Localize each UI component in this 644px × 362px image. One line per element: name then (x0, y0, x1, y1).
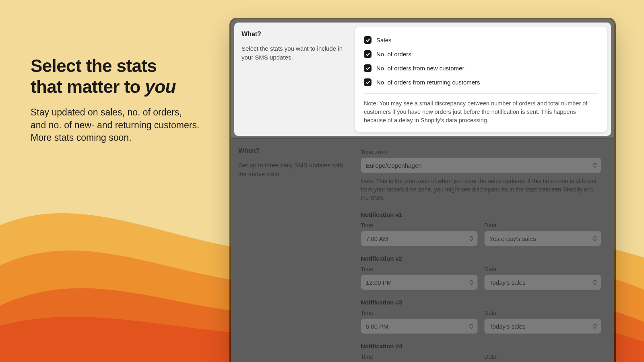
section-what: What? Select the stats you want to inclu… (234, 23, 611, 136)
chevron-updown-icon (593, 280, 597, 285)
promo-headline-line2-prefix: that matter to (31, 77, 145, 97)
when-card: Time zone Europe/Copenhagen Note: This i… (352, 143, 610, 362)
checkbox-checked-icon[interactable] (364, 36, 372, 44)
promo-body: Stay updated on sales, no. of orders, an… (31, 106, 200, 144)
notification-1-row: Time 7:00 AM Data Yesterday's sales (361, 222, 601, 246)
promo-headline: Select the stats that matter to you (31, 56, 200, 97)
option-label: No. of orders (376, 51, 411, 58)
n2-time-value: 12:00 PM (366, 279, 392, 286)
promo-copy: Select the stats that matter to you Stay… (31, 56, 200, 144)
checkbox-checked-icon[interactable] (364, 78, 372, 86)
n1-time-select[interactable]: 7:00 AM (361, 231, 478, 246)
option-label: No. of orders from returning customers (376, 79, 480, 86)
n2-data-value: Today's sales (489, 279, 526, 286)
promo-headline-line1: Select the stats (31, 56, 157, 76)
n3-time-value: 5:00 PM (366, 323, 388, 330)
stats-card-note: Note: You may see a small discrepancy be… (364, 93, 598, 125)
option-new-customer-orders[interactable]: No. of orders from new customer (364, 61, 598, 75)
n3-data-select[interactable]: Today's sales (484, 319, 601, 334)
n3-data-label: Data (484, 310, 601, 316)
notification-4-header: Notification #4 (361, 343, 601, 350)
timezone-value: Europe/Copenhagen (366, 162, 421, 169)
notification-1-header: Notification #1 (361, 211, 601, 218)
notification-2-header: Notification #2 (361, 255, 601, 262)
section-what-title: What? (242, 31, 348, 38)
n3-data-value: Today's sales (489, 323, 526, 330)
chevron-updown-icon (593, 324, 597, 329)
chevron-updown-icon (593, 236, 597, 241)
section-what-desc: Select the stats you want to include in … (242, 44, 348, 62)
chevron-updown-icon (593, 163, 597, 168)
app-window: What? Select the stats you want to inclu… (231, 19, 614, 362)
section-when-desc: Get up to three daily SMS updates with t… (238, 161, 345, 179)
section-when-title: When? (238, 147, 345, 154)
option-label: Sales (376, 37, 392, 43)
option-sales[interactable]: Sales (364, 33, 598, 47)
timezone-note: Note: This is the time zone of when you … (361, 177, 601, 202)
timezone-label: Time zone (361, 149, 601, 155)
n2-data-select[interactable]: Today's sales (484, 275, 601, 290)
checkbox-checked-icon[interactable] (364, 64, 372, 72)
n4-data-label: Data (484, 354, 601, 360)
option-label: No. of orders from new customer (376, 65, 464, 72)
n1-data-label: Data (484, 222, 601, 228)
n2-time-select[interactable]: 12:00 PM (361, 275, 478, 290)
n3-time-select[interactable]: 5:00 PM (361, 319, 478, 334)
chevron-updown-icon (469, 324, 473, 329)
n2-time-label: Time (361, 266, 478, 272)
notification-3-header: Notification #3 (361, 299, 601, 306)
n1-time-label: Time (361, 222, 478, 228)
section-when-header: When? Get up to three daily SMS updates … (231, 139, 352, 362)
chevron-updown-icon (469, 280, 473, 285)
n1-time-value: 7:00 AM (366, 235, 388, 242)
n1-data-value: Yesterday's sales (489, 235, 536, 242)
checkbox-checked-icon[interactable] (364, 50, 372, 58)
n3-time-label: Time (361, 310, 478, 316)
notification-4-row: Time Data (361, 354, 601, 362)
chevron-updown-icon (469, 236, 473, 241)
n1-data-select[interactable]: Yesterday's sales (484, 231, 601, 246)
n2-data-label: Data (484, 266, 601, 272)
notification-2-row: Time 12:00 PM Data Today's sales (361, 266, 601, 290)
timezone-select[interactable]: Europe/Copenhagen (361, 158, 601, 173)
option-returning-customer-orders[interactable]: No. of orders from returning customers (364, 75, 598, 89)
section-when: When? Get up to three daily SMS updates … (231, 139, 614, 362)
n4-time-label: Time (361, 354, 478, 360)
notification-3-row: Time 5:00 PM Data Today's sales (361, 310, 601, 334)
stats-card: Sales No. of orders No. of orders from n… (355, 27, 607, 132)
promo-headline-emphasis: you (145, 77, 175, 97)
option-no-of-orders[interactable]: No. of orders (364, 47, 598, 61)
section-what-header: What? Select the stats you want to inclu… (234, 23, 355, 136)
